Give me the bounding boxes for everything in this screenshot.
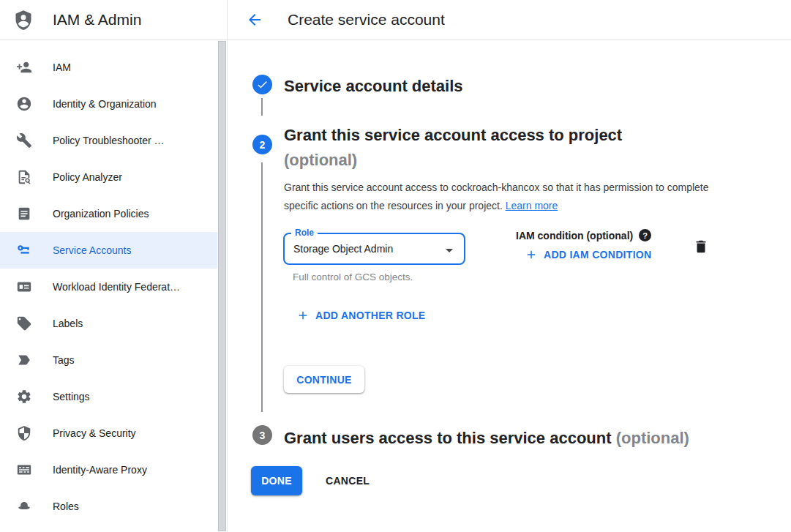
sidebar-item-identity-organization[interactable]: Identity & Organization xyxy=(0,86,217,122)
step3-number-circle: 3 xyxy=(252,425,272,445)
tag-arrow-icon xyxy=(16,352,32,368)
stepper-content: Service account details 2 Grant this ser… xyxy=(228,40,791,532)
sidebar-item-roles[interactable]: Roles xyxy=(0,488,217,525)
plus-icon xyxy=(525,248,538,261)
step2-title-text: Grant this service account access to pro… xyxy=(284,123,622,148)
step3-title-text: Grant users access to this service accou… xyxy=(284,429,612,447)
org-policies-document-icon xyxy=(16,206,32,222)
plus-icon xyxy=(296,309,310,322)
role-selected-value: Storage Object Admin xyxy=(293,243,393,255)
main-panel: Create service account Service account d… xyxy=(228,0,791,532)
step1-title[interactable]: Service account details xyxy=(284,74,463,99)
workload-identity-card-icon xyxy=(16,279,32,295)
check-icon xyxy=(256,78,269,91)
add-another-role-button[interactable]: ADD ANOTHER ROLE xyxy=(296,309,426,322)
sidebar-item-settings[interactable]: Settings xyxy=(0,378,217,415)
sidebar: IAM & Admin IAM Identity & Organization … xyxy=(0,0,228,532)
iam-condition-block: IAM condition (optional) ? ADD IAM CONDI… xyxy=(516,229,651,261)
shield-half-icon xyxy=(16,425,32,441)
cancel-button[interactable]: CANCEL xyxy=(326,475,370,487)
step-connector-line xyxy=(261,162,263,412)
step1-check-circle xyxy=(252,75,272,94)
form-actions: DONE CANCEL xyxy=(251,466,370,495)
back-arrow-icon[interactable] xyxy=(246,11,263,29)
gear-icon xyxy=(16,389,32,405)
learn-more-link[interactable]: Learn more xyxy=(506,200,558,211)
step3-title: Grant users access to this service accou… xyxy=(284,426,689,451)
continue-button[interactable]: CONTINUE xyxy=(284,366,364,393)
person-add-icon xyxy=(16,59,32,75)
add-iam-condition-button[interactable]: ADD IAM CONDITION xyxy=(525,248,651,261)
sidebar-item-workload-identity-federation[interactable]: Workload Identity Federat… xyxy=(0,269,217,305)
step2-title: Grant this service account access to pro… xyxy=(284,123,622,173)
step2-description: Grant this service account access to coc… xyxy=(284,179,714,215)
help-icon[interactable]: ? xyxy=(639,229,651,241)
role-field-label: Role xyxy=(291,228,318,238)
sidebar-item-iam[interactable]: IAM xyxy=(0,49,217,86)
label-tag-icon xyxy=(16,315,32,331)
main-header: Create service account xyxy=(228,0,791,40)
service-accounts-key-icon xyxy=(16,242,32,258)
iam-admin-shield-logo xyxy=(13,9,34,31)
wrench-icon xyxy=(16,132,32,149)
page-title: Create service account xyxy=(288,11,445,29)
account-circle-icon xyxy=(16,96,32,112)
step2-optional-label: (optional) xyxy=(284,148,622,173)
proxy-banner-icon xyxy=(16,462,32,478)
sidebar-nav: IAM Identity & Organization Policy Troub… xyxy=(0,40,227,525)
sidebar-item-labels[interactable]: Labels xyxy=(0,305,217,342)
sidebar-scrollbar[interactable] xyxy=(217,40,227,532)
scrollbar-thumb[interactable] xyxy=(218,41,226,531)
sidebar-item-identity-aware-proxy[interactable]: Identity-Aware Proxy xyxy=(0,452,217,488)
role-select[interactable]: Role Storage Object Admin xyxy=(283,233,465,265)
app-window: IAM & Admin IAM Identity & Organization … xyxy=(0,0,791,532)
sidebar-item-privacy-security[interactable]: Privacy & Security xyxy=(0,415,217,452)
role-helper-text: Full control of GCS objects. xyxy=(293,271,413,282)
delete-role-trash-icon[interactable] xyxy=(693,239,711,256)
sidebar-item-organization-policies[interactable]: Organization Policies xyxy=(0,195,217,232)
sidebar-item-policy-analyzer[interactable]: Policy Analyzer xyxy=(0,159,217,195)
dropdown-arrow-icon xyxy=(441,241,458,259)
roles-hat-icon xyxy=(16,498,32,514)
done-button[interactable]: DONE xyxy=(251,466,302,495)
step2-number-circle: 2 xyxy=(252,135,272,154)
policy-analyzer-icon xyxy=(16,169,32,185)
iam-condition-label: IAM condition (optional) xyxy=(516,230,633,241)
sidebar-item-service-accounts[interactable]: Service Accounts xyxy=(0,232,217,269)
sidebar-item-tags[interactable]: Tags xyxy=(0,342,217,378)
sidebar-item-policy-troubleshooter[interactable]: Policy Troubleshooter … xyxy=(0,122,217,159)
app-title: IAM & Admin xyxy=(53,11,141,29)
step3-optional-label: (optional) xyxy=(616,429,689,447)
step-connector-line xyxy=(261,98,263,116)
sidebar-header: IAM & Admin xyxy=(0,0,227,40)
